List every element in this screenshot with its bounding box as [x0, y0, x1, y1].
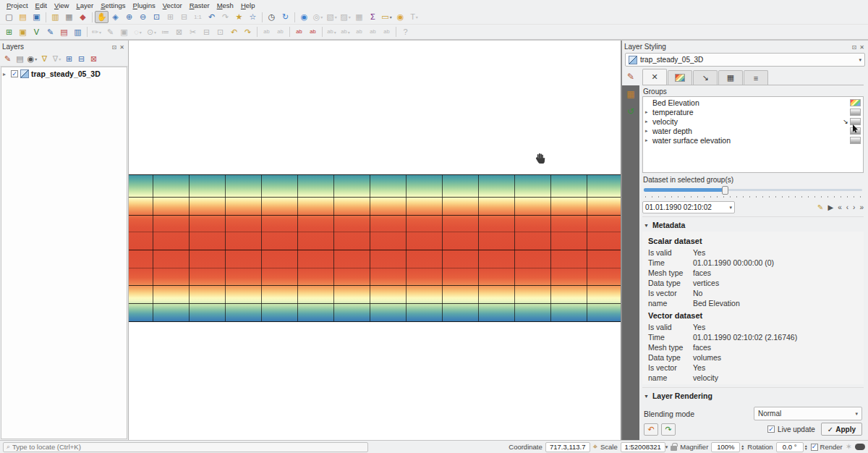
- new-shapefile-layer-icon[interactable]: V: [30, 26, 43, 38]
- extents-tracking-icon[interactable]: ⌖: [593, 442, 597, 452]
- metadata-section-header[interactable]: ▼ Metadata: [642, 216, 864, 232]
- vector-toggle-icon[interactable]: ↘: [841, 118, 850, 125]
- time-combo[interactable]: 01.01.1990 02:10:02 ▾: [642, 201, 735, 213]
- previous-frame-icon[interactable]: ‹: [846, 203, 848, 211]
- menu-plugins[interactable]: Plugins: [129, 1, 159, 9]
- redo-style-button[interactable]: ↷: [661, 423, 676, 436]
- mesh-frame-tab[interactable]: ▦: [718, 70, 743, 85]
- history-tab[interactable]: ↺: [622, 103, 639, 120]
- coordinate-input[interactable]: [545, 442, 590, 452]
- show-layout-manager-icon[interactable]: ▦: [62, 11, 76, 23]
- general-settings-tab[interactable]: ✕: [642, 69, 667, 85]
- zoom-full-icon[interactable]: ⊡: [150, 11, 163, 23]
- expand-arrow-icon[interactable]: ▸: [645, 109, 652, 115]
- lock-scale-icon[interactable]: [671, 446, 677, 451]
- menu-project[interactable]: Project: [3, 1, 32, 9]
- log-messages-icon[interactable]: [855, 444, 865, 450]
- new-bookmark-icon[interactable]: ★: [232, 11, 246, 23]
- temporal-controller-icon[interactable]: ◷: [265, 11, 278, 23]
- dataset-group-row[interactable]: ▸water surface elevation: [644, 136, 862, 145]
- spinner-arrows-icon[interactable]: ▲▼: [741, 444, 744, 450]
- crs-status-icon[interactable]: ✶: [846, 442, 852, 452]
- rotation-input[interactable]: [776, 442, 804, 452]
- last-frame-icon[interactable]: »: [859, 203, 864, 211]
- live-update-checkbox[interactable]: ✓ Live update: [767, 426, 815, 433]
- manage-map-themes-icon[interactable]: ◉▾: [26, 54, 38, 65]
- add-layer-icon[interactable]: ⊞: [2, 26, 16, 38]
- zoom-last-icon[interactable]: ↶: [205, 11, 218, 23]
- first-frame-icon[interactable]: «: [838, 203, 842, 211]
- menu-raster[interactable]: Raster: [186, 1, 213, 9]
- statistical-summary-icon[interactable]: Σ: [366, 11, 380, 23]
- dock-panel-icon[interactable]: ⊡: [851, 44, 859, 51]
- apply-button[interactable]: ✓ Apply: [821, 423, 862, 436]
- scale-combo[interactable]: ▾: [621, 442, 668, 452]
- vectors-tab[interactable]: ↘: [693, 70, 718, 85]
- contour-toggle-icon[interactable]: [850, 109, 861, 116]
- locate-input[interactable]: [12, 443, 365, 451]
- new-virtual-layer-icon[interactable]: ▥: [71, 26, 85, 38]
- remove-layer-icon[interactable]: ⊠: [88, 54, 100, 65]
- new-temporary-scratch-layer-icon[interactable]: ▤: [57, 26, 71, 38]
- layer-diagram-icon[interactable]: ab: [306, 26, 320, 38]
- expand-arrow-icon[interactable]: ▸: [645, 128, 652, 134]
- symbology-tab[interactable]: ✎: [622, 68, 639, 85]
- add-group-icon[interactable]: ▤: [14, 54, 26, 65]
- open-layer-styling-icon[interactable]: ✎: [1, 54, 14, 65]
- new-spatialite-layer-icon[interactable]: ✎: [43, 26, 57, 38]
- undo-style-button[interactable]: ↶: [644, 423, 658, 436]
- locate-search-box[interactable]: ⌕: [3, 442, 368, 452]
- contour-toggle-icon[interactable]: [850, 137, 861, 144]
- dataset-group-row[interactable]: ▸water depth: [644, 127, 862, 135]
- next-frame-icon[interactable]: ›: [853, 203, 855, 211]
- time-slider-handle[interactable]: [722, 186, 728, 195]
- render-checkbox[interactable]: ✓ Render: [811, 443, 843, 451]
- menu-layer[interactable]: Layer: [72, 1, 97, 9]
- layer-visibility-checkbox[interactable]: ✓: [11, 70, 18, 77]
- dataset-group-row[interactable]: ▸velocity↘: [644, 117, 862, 126]
- menu-settings[interactable]: Settings: [97, 1, 129, 9]
- measure-icon[interactable]: ▭▾: [380, 11, 393, 23]
- pan-to-selection-icon[interactable]: ◈: [109, 11, 122, 23]
- close-panel-icon[interactable]: ✕: [118, 44, 126, 51]
- spinner-arrows-icon[interactable]: ▲▼: [804, 444, 808, 450]
- undo-icon[interactable]: ↶: [227, 26, 241, 38]
- new-geopackage-layer-icon[interactable]: ▣: [16, 26, 30, 38]
- rotation-spinbox[interactable]: ▲▼: [776, 442, 808, 452]
- menu-mesh[interactable]: Mesh: [213, 1, 237, 9]
- layer-rendering-section-header[interactable]: ▼ Layer Rendering: [642, 387, 864, 402]
- redo-icon[interactable]: ↷: [241, 26, 255, 38]
- view-3d-tab[interactable]: ▦: [622, 85, 639, 103]
- expand-arrow-icon[interactable]: ▸: [3, 71, 9, 77]
- map-tips-icon[interactable]: ◉: [393, 11, 407, 23]
- menu-edit[interactable]: Edit: [32, 1, 51, 9]
- pan-map-icon[interactable]: ✋: [95, 11, 109, 23]
- new-print-layout-icon[interactable]: ▥: [48, 11, 62, 23]
- time-slider[interactable]: [644, 186, 862, 195]
- expand-arrow-icon[interactable]: ▸: [645, 137, 652, 143]
- styling-layer-selector[interactable]: trap_steady_05_3D ▾: [625, 53, 865, 67]
- contours-tab[interactable]: [668, 70, 692, 85]
- blending-mode-select[interactable]: Normal ▾: [754, 407, 862, 420]
- zoom-in-icon[interactable]: ⊕: [122, 11, 136, 23]
- time-settings-icon[interactable]: ✎: [817, 203, 823, 211]
- map-canvas[interactable]: [129, 41, 621, 440]
- new-project-icon[interactable]: ▢: [2, 11, 16, 23]
- contour-toggle-icon[interactable]: [850, 99, 861, 106]
- menu-vector[interactable]: Vector: [159, 1, 186, 9]
- averaging-tab[interactable]: ≡: [744, 70, 768, 85]
- dataset-group-row[interactable]: Bed Elevation: [644, 98, 862, 107]
- menu-help[interactable]: Help: [237, 1, 259, 9]
- save-project-icon[interactable]: ▣: [30, 11, 43, 23]
- expand-all-icon[interactable]: ⊞: [63, 54, 75, 65]
- menu-view[interactable]: View: [51, 1, 72, 9]
- close-panel-icon[interactable]: ✕: [858, 44, 866, 51]
- zoom-out-icon[interactable]: ⊖: [136, 11, 150, 23]
- dataset-group-row[interactable]: ▸temperature: [644, 108, 862, 117]
- scale-input[interactable]: [621, 442, 665, 452]
- refresh-map-icon[interactable]: ↻: [278, 11, 292, 23]
- expand-arrow-icon[interactable]: ▸: [645, 119, 652, 124]
- identify-features-icon[interactable]: ◉: [297, 11, 311, 23]
- magnifier-input[interactable]: [711, 442, 740, 452]
- layer-tree-item[interactable]: ▸✓trap_steady_05_3D: [1, 69, 127, 79]
